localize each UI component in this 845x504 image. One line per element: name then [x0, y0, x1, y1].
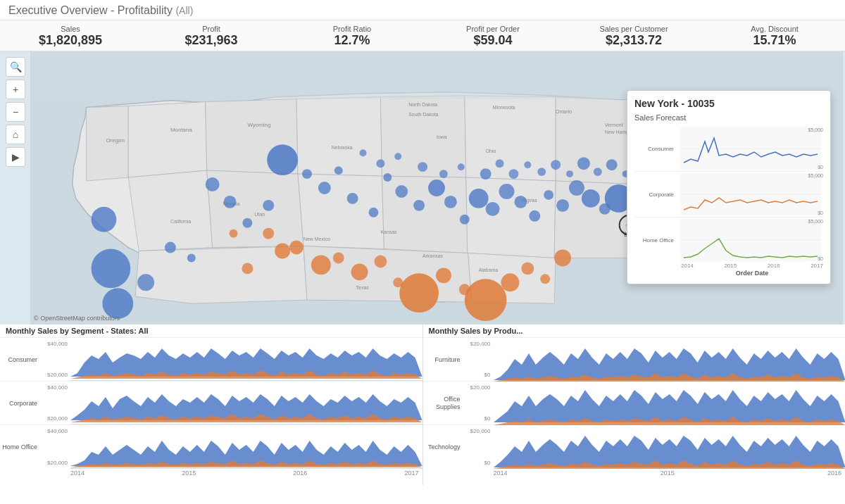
svg-point-71 — [458, 163, 465, 170]
bottom-left-title: Monthly Sales by Segment - States: All — [0, 325, 423, 338]
svg-point-50 — [529, 210, 540, 222]
kpi-sales-per-customer: Sales per Customer $2,313.72 — [563, 25, 704, 48]
svg-text:Wyoming: Wyoming — [247, 122, 270, 128]
tooltip-subtitle: Sales Forecast — [634, 113, 823, 122]
svg-point-28 — [165, 242, 176, 253]
forecast-label-corporate: Corporate — [634, 191, 678, 198]
svg-text:Utah: Utah — [254, 212, 265, 217]
corporate-chart — [70, 382, 423, 424]
svg-point-75 — [524, 161, 531, 168]
svg-point-41 — [395, 185, 408, 198]
product-label-officesupplies: OfficeSupplies — [423, 396, 464, 411]
map-section[interactable]: 🔍 + − ⌂ ▶ — [0, 51, 845, 325]
svg-text:Iowa: Iowa — [437, 134, 447, 139]
svg-point-94 — [465, 279, 507, 321]
zoom-out-button[interactable]: − — [6, 102, 25, 122]
segment-label-homeoffice: Home Office — [0, 443, 41, 451]
kpi-profit-ratio: Profit Ratio 12.7% — [282, 25, 423, 48]
svg-text:Arkansas: Arkansas — [423, 253, 444, 258]
svg-point-48 — [499, 184, 515, 199]
map-toolbar: 🔍 + − ⌂ ▶ — [6, 57, 25, 167]
product-label-technology: Technology — [423, 443, 464, 451]
play-button[interactable]: ▶ — [6, 147, 25, 167]
bottom-right-xaxis: 201420152016 — [423, 469, 846, 477]
svg-point-97 — [540, 274, 550, 284]
forecast-label-homeoffice: Home Office — [634, 237, 678, 244]
svg-point-81 — [606, 159, 618, 170]
page-header: Executive Overview - Profitability (All) — [0, 0, 845, 20]
svg-point-70 — [439, 170, 448, 178]
svg-point-54 — [582, 189, 600, 208]
kpi-profit: Profit $231,963 — [141, 25, 282, 48]
svg-point-43 — [428, 179, 445, 196]
svg-text:Vermont: Vermont — [605, 122, 623, 127]
svg-point-24 — [92, 207, 117, 232]
search-button[interactable]: 🔍 — [6, 57, 25, 77]
bottom-left-xaxis: 2014201520162017 — [0, 469, 423, 477]
svg-point-34 — [267, 144, 298, 175]
svg-point-92 — [436, 267, 451, 283]
svg-point-35 — [302, 169, 312, 179]
tooltip-x-title: Order Date — [634, 270, 823, 277]
svg-point-78 — [566, 170, 573, 177]
svg-point-69 — [418, 162, 427, 172]
svg-point-89 — [374, 256, 387, 268]
bottom-right-title: Monthly Sales by Produ... — [423, 325, 846, 338]
svg-text:Minnesota: Minnesota — [493, 105, 515, 110]
svg-point-31 — [224, 196, 237, 208]
zoom-in-button[interactable]: + — [6, 80, 25, 99]
svg-text:Texas: Texas — [356, 285, 370, 290]
svg-point-77 — [551, 160, 561, 170]
svg-point-53 — [569, 180, 584, 196]
svg-text:Oregon: Oregon — [106, 137, 124, 144]
kpi-sales: Sales $1,820,895 — [0, 25, 141, 48]
technology-chart — [494, 425, 846, 469]
svg-point-102 — [242, 263, 253, 274]
svg-point-45 — [460, 215, 470, 225]
svg-point-38 — [347, 193, 358, 204]
bottom-left-panel: Monthly Sales by Segment - States: All C… — [0, 325, 423, 485]
svg-text:North Dakota: North Dakota — [408, 102, 437, 107]
svg-point-52 — [556, 199, 569, 212]
kpi-bar: Sales $1,820,895 Profit $231,963 Profit … — [0, 20, 845, 51]
kpi-profit-per-order: Profit per Order $59.04 — [423, 25, 563, 48]
svg-point-100 — [275, 244, 290, 259]
svg-point-49 — [514, 196, 527, 208]
home-button[interactable]: ⌂ — [6, 125, 25, 144]
svg-point-27 — [137, 274, 154, 291]
svg-point-88 — [351, 263, 368, 280]
svg-point-32 — [242, 218, 252, 228]
furniture-chart — [494, 338, 846, 381]
svg-point-36 — [318, 182, 331, 194]
svg-text:Ontario: Ontario — [556, 109, 572, 114]
svg-point-68 — [394, 153, 401, 160]
product-label-furniture: Furniture — [423, 356, 464, 363]
svg-point-39 — [368, 208, 378, 218]
svg-point-47 — [486, 202, 500, 216]
svg-point-101 — [230, 229, 238, 238]
map-tooltip: New York - 10035 Sales Forecast Consumer… — [627, 90, 831, 284]
svg-point-67 — [376, 159, 384, 168]
title-subtitle: (All) — [175, 5, 193, 16]
svg-point-25 — [92, 249, 131, 289]
svg-text:California: California — [170, 219, 192, 224]
svg-point-98 — [554, 250, 571, 267]
svg-point-80 — [594, 168, 602, 176]
svg-point-40 — [383, 173, 392, 182]
svg-point-44 — [444, 196, 457, 208]
svg-text:Nebraska: Nebraska — [332, 145, 353, 150]
svg-point-79 — [577, 157, 590, 170]
title-text: Executive Overview - Profitability — [8, 4, 173, 16]
svg-text:Montana: Montana — [170, 127, 192, 133]
svg-point-37 — [334, 166, 343, 175]
page-title: Executive Overview - Profitability (All) — [8, 4, 837, 17]
svg-point-30 — [206, 177, 220, 191]
bottom-right-panel: Monthly Sales by Produ... Furniture $20,… — [423, 325, 846, 485]
svg-point-29 — [187, 254, 196, 263]
tooltip-title: New York - 10035 — [634, 98, 823, 109]
kpi-avg-discount: Avg. Discount 15.71% — [704, 25, 845, 48]
svg-point-66 — [360, 149, 367, 156]
svg-point-42 — [413, 200, 425, 211]
forecast-label-consumer: Consumer — [634, 146, 678, 152]
consumer-chart — [70, 338, 423, 381]
